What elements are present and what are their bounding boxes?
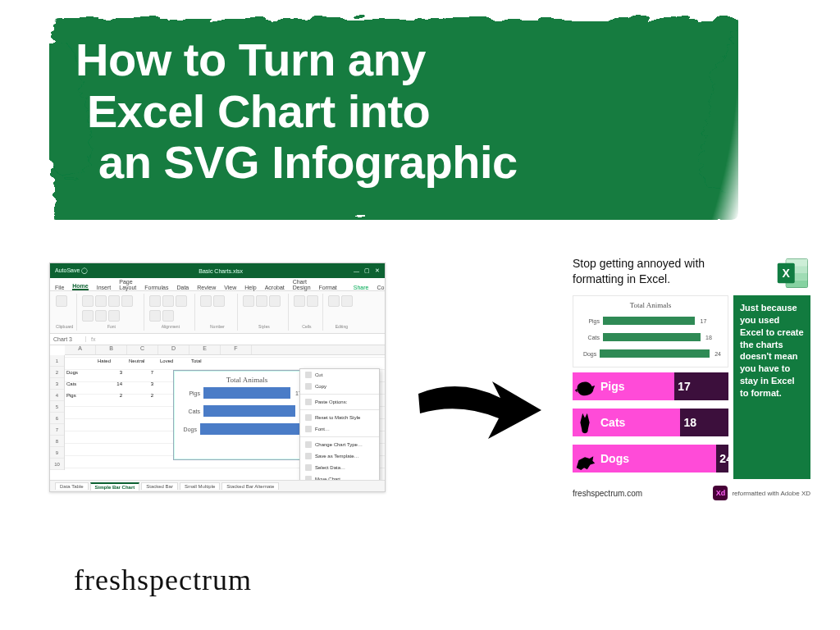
share-button: Share [354,285,369,290]
paste-icon [56,295,67,307]
infographic-site: freshspectrum.com [573,489,642,498]
ribbon-tab-data: Data [176,285,189,290]
ribbon-tab-view: View [224,285,236,290]
context-item-icon [305,372,312,378]
context-item-icon [305,383,312,390]
bar-row: Pigs17 [180,384,313,402]
ribbon-tab-acrobat: Acrobat [265,285,285,290]
excel-ribbon-tabs: File Home Insert Page Layout Formulas Da… [50,278,385,291]
sheet-tab: Small Multiple [180,482,220,490]
context-item: Font… [300,423,379,435]
page-title: How to Turn any Excel Chart into an SVG … [75,34,705,189]
window-maximize-icon: ▢ [364,267,370,274]
context-item: Cut [300,369,379,381]
comments-button: Comments [377,285,386,290]
context-item-icon [305,491,312,492]
context-item-icon [305,426,312,432]
mini-chart-title: Total Animals [580,301,721,309]
ribbon-tab-format: Format [319,285,337,290]
pigs-icon [571,372,599,400]
window-close-icon: ✕ [375,267,380,274]
window-minimize-icon: — [354,268,359,274]
sheet-tab: Data Table [55,482,89,490]
svg-text:X: X [783,267,791,280]
styled-bar-pigs: Pigs17 [573,372,728,400]
arrow-icon [410,361,550,451]
brand-wordmark: freshspectrum [74,563,252,597]
adobe-xd-badge: Xd reformatted with Adobe XD [713,486,810,500]
context-item-icon [305,453,312,459]
excel-chart-title: Total Animals [180,376,313,384]
excel-sheet-tabs: Data TableSimple Bar ChartStacked BarSma… [50,480,385,491]
context-item: Save as Template… [300,450,379,462]
bar-row: Cats18 [180,402,313,420]
ribbon-tab-file: File [55,285,64,290]
excel-filename: Basic Charts.xlsx [199,268,243,274]
context-item: Select Data… [300,462,379,473]
bar-row: Cats18 [580,329,721,345]
excel-grid: ABCDEF 12345678910 HatedNeutralLovedTota… [50,345,385,480]
context-item: Reset to Match Style [300,412,379,423]
bar-row: Dogs24 [180,420,313,438]
ribbon-tab-chartdesign: Chart Design [293,279,311,290]
ribbon-tab-review: Review [197,285,216,290]
excel-logo-icon: X [776,256,810,290]
title-line-3: an SVG Infographic [75,136,518,188]
ribbon-tab-formulas: Formulas [144,285,168,290]
autosave-label: AutoSave ◯ [55,267,88,274]
sheet-tab: Stacked Bar Alternate [221,482,279,490]
ribbon-tab-pagelayout: Page Layout [119,279,136,290]
styled-bar-dogs: Dogs24 [573,445,728,472]
dogs-icon [571,445,599,472]
sheet-tab: Stacked Bar [141,482,178,490]
title-line-1: How to Turn any [75,34,426,85]
context-item: Change Chart Type… [300,439,379,450]
excel-embedded-chart: Total Animals Pigs17Cats18Dogs24 [173,370,321,460]
styled-bar-cats: Cats18 [573,409,728,436]
styled-infographic-chart: Pigs17Cats18Dogs24 [573,372,728,479]
cats-icon [571,409,599,436]
context-item-icon [305,414,312,421]
adobe-xd-icon: Xd [713,486,728,500]
green-callout: Just because you used Excel to create th… [733,295,810,479]
infographic-headline: Stop getting annoyed with formatting in … [573,256,720,287]
context-item: Paste Options: [300,396,379,408]
ribbon-tab-home: Home [72,283,88,290]
ribbon-tab-insert: Insert [97,285,112,290]
sheet-tab: Simple Bar Chart [90,482,140,491]
context-item-icon [305,464,312,471]
title-line-2: Excel Chart into [75,85,430,137]
mini-green-chart: Total Animals Pigs17Cats18Dogs24 [573,295,728,368]
bar-row: Pigs17 [580,313,721,329]
excel-ribbon: Clipboard Font Alignment Number Styles C… [50,291,385,334]
context-item-icon [305,441,312,448]
excel-titlebar: AutoSave ◯ Basic Charts.xlsx — ▢ ✕ [50,263,385,278]
infographic-panel: Stop getting annoyed with formatting in … [573,256,810,500]
context-item-icon [305,399,312,405]
excel-screenshot: AutoSave ◯ Basic Charts.xlsx — ▢ ✕ File … [49,262,386,492]
excel-context-menu: CutCopyPaste Options:Reset to Match Styl… [299,368,380,492]
excel-formula-bar: Chart 3 fx [50,334,385,345]
ribbon-tab-help: Help [244,285,256,290]
bar-row: Dogs24 [580,345,721,362]
context-item: Copy [300,381,379,392]
title-banner: How to Turn any Excel Chart into an SVG … [49,15,738,220]
